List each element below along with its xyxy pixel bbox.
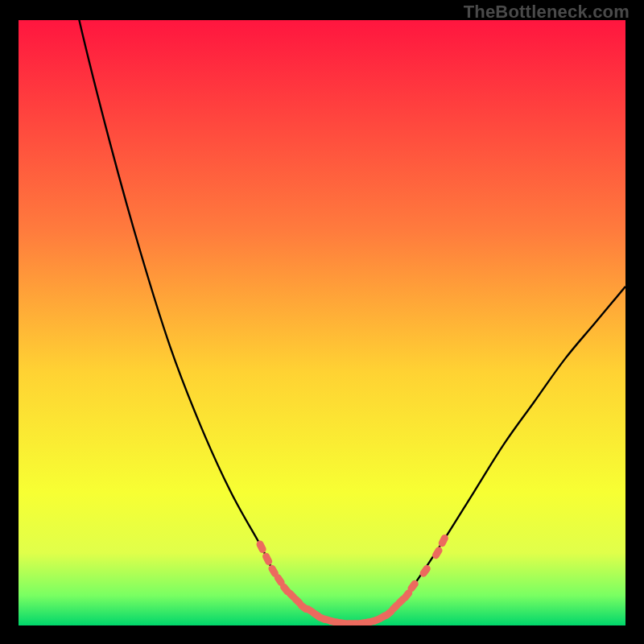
chart-frame: TheBottleneck.com [0, 0, 644, 644]
chart-svg [19, 20, 625, 625]
plot-area [19, 20, 625, 625]
gradient-background [19, 20, 625, 625]
